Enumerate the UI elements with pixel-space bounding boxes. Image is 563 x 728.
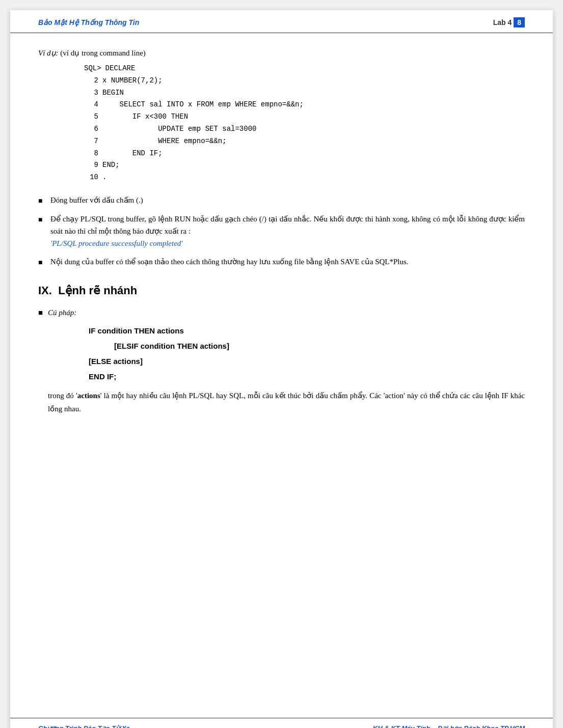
code-text-1: DECLARE: [105, 63, 136, 75]
page: Bảo Mật Hệ Thống Thông Tin Lab 4 8 Ví dụ…: [10, 10, 553, 728]
syntax-content: Cú pháp: IF condition THEN actions [ELSI…: [48, 306, 525, 416]
syntax-section: ■ Cú pháp: IF condition THEN actions [EL…: [38, 306, 525, 416]
code-line-5: 5 IF x<300 THEN: [84, 111, 525, 123]
example-intro: Ví dụ: (ví dụ trong command line): [38, 48, 525, 58]
syntax-description: trong đó 'actions' là một hay nhiều câu …: [48, 389, 525, 415]
lab-label: Lab 4: [493, 18, 512, 26]
syntax-line-2: [ELSIF condition THEN actions]: [114, 339, 525, 354]
section-title-text: Lệnh rẽ nhánh: [58, 284, 137, 297]
bullet-text-2: Để chạy PL/SQL trong buffer, gõ lệnh RUN…: [50, 213, 525, 249]
code-text-6: UPDATE emp SET sal=3000: [102, 123, 256, 135]
code-line-10: 10 .: [84, 172, 525, 184]
code-text-10: .: [102, 172, 106, 184]
code-line-7: 7 WHERE empno=&&n;: [84, 135, 525, 148]
line-num-5: 5: [84, 111, 98, 123]
syntax-line-1: IF condition THEN actions: [89, 323, 525, 339]
bullet-item-1: ■ Đóng buffer với dấu chấm (.): [38, 194, 525, 207]
syntax-line-4: END IF;: [89, 369, 525, 384]
bullet-icon-2: ■: [38, 214, 45, 226]
code-line-9: 9 END;: [84, 159, 525, 172]
syntax-block: IF condition THEN actions [ELSIF conditi…: [89, 323, 525, 384]
header-lab-page: Lab 4 8: [493, 17, 525, 27]
bullet-icon-1: ■: [38, 195, 45, 207]
success-message: 'PL/SQL procedure successfully completed…: [50, 239, 183, 247]
footer-left: Chương Trình Đào Tạo Từ Xa: [38, 724, 130, 728]
code-text-7: WHERE empno=&&n;: [102, 135, 227, 148]
page-number: 8: [514, 17, 525, 27]
header-title: Bảo Mật Hệ Thống Thông Tin: [38, 18, 139, 26]
line-num-2: 2: [84, 75, 98, 87]
line-num-4: 4: [84, 99, 98, 111]
line-num-8: 8: [84, 148, 98, 160]
footer-right: KH & KT Máy Tính – Đại học Bách Khoa TP.…: [373, 724, 525, 728]
line-num-3: 3: [84, 87, 98, 99]
line-num-7: 7: [84, 135, 98, 148]
bullet-icon-3: ■: [38, 257, 45, 268]
bullet-list: ■ Đóng buffer với dấu chấm (.) ■ Để chạy…: [38, 194, 525, 269]
code-text-5: IF x<300 THEN: [102, 111, 188, 123]
section-ix-heading: IX. Lệnh rẽ nhánh: [38, 284, 525, 297]
code-line-3: 3 BEGIN: [84, 87, 525, 99]
syntax-intro-item: ■ Cú pháp: IF condition THEN actions [EL…: [38, 306, 525, 416]
bullet-text-3: Nội dung của buffer có thể soạn thảo the…: [50, 256, 409, 268]
syntax-label: Cú pháp:: [48, 309, 76, 317]
example-label: Ví dụ:: [38, 49, 59, 57]
code-text-3: BEGIN: [102, 87, 124, 99]
line-num-9: 9: [84, 159, 98, 172]
line-num-10: 10: [84, 172, 98, 184]
code-text-2: x NUMBER(7,2);: [102, 75, 163, 87]
page-header: Bảo Mật Hệ Thống Thông Tin Lab 4 8: [10, 10, 553, 33]
code-text-8: END IF;: [102, 148, 163, 160]
section-roman: IX.: [38, 284, 52, 297]
line-num-1: SQL>: [84, 63, 101, 75]
line-num-6: 6: [84, 123, 98, 135]
code-block: SQL> DECLARE 2 x NUMBER(7,2); 3 BEGIN 4 …: [84, 63, 525, 184]
code-text-4: SELECT sal INTO x FROM emp WHERE empno=&…: [102, 99, 304, 111]
code-line-4: 4 SELECT sal INTO x FROM emp WHERE empno…: [84, 99, 525, 111]
actions-bold: actions: [77, 391, 100, 400]
syntax-line-3: [ELSE actions]: [89, 354, 525, 369]
code-line-2: 2 x NUMBER(7,2);: [84, 75, 525, 87]
bullet-item-3: ■ Nội dung của buffer có thể soạn thảo t…: [38, 256, 525, 268]
bullet-item-2: ■ Để chạy PL/SQL trong buffer, gõ lệnh R…: [38, 213, 525, 249]
code-line-8: 8 END IF;: [84, 148, 525, 160]
bullet-text-1: Đóng buffer với dấu chấm (.): [50, 194, 143, 206]
page-footer: Chương Trình Đào Tạo Từ Xa KH & KT Máy T…: [10, 718, 553, 728]
code-line-1: SQL> DECLARE: [84, 63, 525, 75]
code-text-9: END;: [102, 159, 120, 172]
bullet-icon-syntax: ■: [38, 306, 43, 320]
code-line-6: 6 UPDATE emp SET sal=3000: [84, 123, 525, 135]
main-content: Ví dụ: (ví dụ trong command line) SQL> D…: [10, 33, 553, 435]
